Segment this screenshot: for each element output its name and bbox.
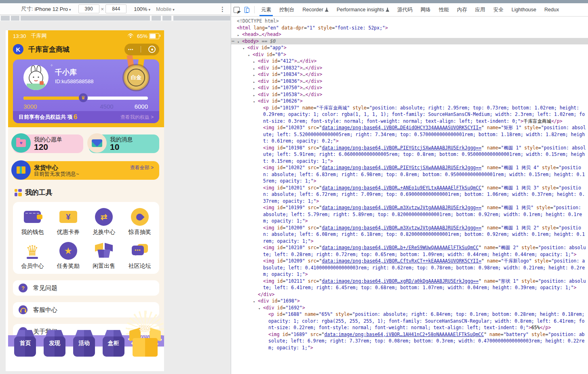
selected-dom-node[interactable]: ⋯▾<body> == $0 [231, 38, 588, 45]
dom-node[interactable]: </div> [231, 291, 588, 298]
tab-活动[interactable]: 活动 [73, 330, 95, 357]
tool-item-lucky[interactable]: 惊喜抽奖 [122, 208, 158, 236]
dom-node[interactable]: ▸<div id="10836">…</div> [231, 78, 588, 85]
dom-node[interactable]: ▸<div id="10834">…</div> [231, 71, 588, 78]
tab-发现[interactable]: 发现 [44, 330, 65, 357]
more-icon[interactable]: ••• [128, 47, 134, 52]
dom-node[interactable]: <img id="10199" src="data:image/png;base… [231, 204, 588, 225]
devtools-tab-内存[interactable]: 内存 [453, 3, 471, 16]
tool-item-task[interactable]: ★任务奖励 [51, 242, 86, 270]
dom-node[interactable]: ▾<div id="1698"> [231, 298, 588, 305]
exchange-icon: ⇄ [95, 208, 113, 226]
dom-node[interactable]: ▸<head>…</head> [231, 31, 588, 38]
tools-grid: 我的钱包¥优惠卡券⇄兑换中心惊喜抽奖♛会员中心★任务奖励闲置出售•••社区论坛 [13, 202, 159, 274]
throttle-select[interactable]: Mobile▾ [156, 6, 175, 12]
dom-node[interactable]: <img id="10202" src="data:image/png;base… [231, 164, 588, 185]
emulated-page-canvas: 13:30 千库网 65% K 千库盲盒商城 ••• [0, 21, 230, 368]
dom-node[interactable]: <img id="10200" src="data:image/png;base… [231, 225, 588, 245]
device-select[interactable]: iPhone 12 Pro▾ [35, 6, 71, 12]
devtools-tab-安全[interactable]: 安全 [489, 3, 508, 16]
sparkle-decoration: ✧ [50, 63, 53, 67]
shipping-banner[interactable]: 发货中心 目前暂无发货消息~ 查看全部 > [13, 161, 159, 180]
device-toolbar-toggle-icon[interactable] [244, 7, 249, 13]
dom-node[interactable]: <html lang="en" data-dpr="1" style="font… [231, 25, 588, 32]
tool-item-member[interactable]: ♛会员中心 [15, 242, 51, 270]
avatar[interactable] [23, 65, 48, 90]
member-name: 千小库 [55, 67, 77, 77]
dom-node[interactable]: ▾<div id="10626"> [231, 98, 588, 105]
stats-row: ♥我的心愿单120我的消息10 [13, 134, 159, 153]
dom-node[interactable]: <p id="10197" name="千库盲盒商城" style="posit… [231, 105, 588, 125]
package-icon [11, 160, 31, 180]
shipping-view-all-link[interactable]: 查看全部 > [130, 164, 154, 171]
dom-node[interactable]: ▸<div id="10538">…</div> [231, 91, 588, 98]
dom-node[interactable]: ▾<div id="1692"> [231, 305, 588, 311]
miniprogram-capsule[interactable]: ••• [124, 44, 159, 55]
devtools-tab-源代码[interactable]: 源代码 [393, 3, 417, 16]
tool-item-wallet[interactable]: 我的钱包 [15, 208, 51, 236]
member-icon: ♛ [23, 242, 42, 260]
tool-label: 我的钱包 [21, 229, 44, 236]
devtools-tab-控制台[interactable]: 控制台 [275, 3, 299, 16]
dom-node[interactable]: <img id="10211" src="data:image/png;base… [231, 278, 588, 291]
zoom-select[interactable]: 100%▾ [134, 6, 150, 12]
menu-row-question[interactable]: ?常见问题 [13, 280, 159, 296]
dom-node[interactable]: <img id="10210" src="data:image/png;base… [231, 244, 588, 258]
tool-item-forum[interactable]: •••社区论坛 [122, 242, 158, 270]
device-toolbar-menu-icon[interactable]: ⋮ [219, 6, 226, 13]
dom-node[interactable]: ▸<div id="10750">…</div> [231, 84, 588, 91]
member-card[interactable]: ✧ 千小库 ID:ku588588588 白金 ♛ [13, 59, 159, 123]
node-menu-dots[interactable]: ⋯ [232, 38, 234, 45]
devtools-tab-Performance insights[interactable]: Performance insights [333, 3, 393, 16]
wishlist-icon: ♥ [11, 133, 31, 153]
elements-tree: <!DOCTYPE html><html lang="en" data-dpr=… [231, 17, 588, 372]
dom-node[interactable]: <p id="1688" name="65%" style="position:… [231, 311, 588, 331]
tools-title: 我的工具 [25, 188, 53, 197]
medal-label: 白金 [127, 69, 145, 86]
dom-node[interactable]: <!DOCTYPE html> [231, 18, 588, 25]
stat-card-message[interactable]: 我的消息10 [89, 134, 159, 153]
dom-node[interactable]: ▾<div id="app"> [231, 44, 588, 51]
dom-node[interactable]: <img id="10209" src="data:image/png;base… [231, 258, 588, 278]
viewport-width-input[interactable] [78, 4, 99, 13]
stat-card-wishlist[interactable]: ♥我的心愿单120 [13, 134, 83, 153]
tool-item-sell[interactable]: 闲置出售 [86, 242, 122, 270]
status-time: 13:30 [13, 33, 26, 39]
progress-crown-marker: ♛ [79, 93, 88, 102]
devtools-tab-元素[interactable]: 元素 [257, 3, 275, 16]
dom-node[interactable]: <img id="10198" src="data:image/png;base… [231, 145, 588, 165]
message-icon [87, 133, 107, 153]
dom-node[interactable]: <img id="1689" src="data:image/png;base6… [231, 331, 588, 351]
viewport-height-input[interactable] [105, 4, 126, 13]
devtools-tab-性能[interactable]: 性能 [435, 3, 453, 16]
device-emulation-pane: 尺寸: iPhone 12 Pro▾ × 100%▾ Mobile▾ ⋮ 13:… [0, 3, 230, 374]
menu-label: 常见问题 [33, 284, 57, 292]
platinum-medal: 白金 [123, 55, 149, 94]
shipping-subtitle: 目前暂无发货消息~ [34, 171, 159, 177]
tab-盒柜[interactable]: 盒柜 [103, 330, 124, 357]
dom-node[interactable]: <img id="10201" src="data:image/png;base… [231, 185, 588, 205]
tab-首页[interactable]: 首页 [14, 330, 36, 357]
progress-start: 3000 [23, 103, 79, 110]
dom-node[interactable]: ▸<div id="10832">…</div> [231, 65, 588, 71]
benefits-link[interactable]: 查看我的权益 > [120, 114, 154, 121]
devtools-tab-Redux[interactable]: Redux [540, 3, 563, 16]
tab-我的-gift[interactable]: 我的 [132, 321, 158, 357]
devtools-tab-Lighthouse[interactable]: Lighthouse [508, 3, 540, 16]
devtools-tab-Recorder[interactable]: Recorder [299, 3, 333, 16]
battery-percent: 65% [137, 33, 148, 39]
tool-item-coupon[interactable]: ¥优惠卡券 [51, 208, 86, 236]
dom-node[interactable]: ▾<div id="0"> [231, 51, 588, 58]
media-query-ruler[interactable] [0, 15, 230, 21]
dom-node[interactable]: ▸<div id="412">…</div> [231, 58, 588, 65]
inspect-element-icon[interactable] [234, 7, 240, 13]
tool-item-exchange[interactable]: ⇄兑换中心 [86, 208, 122, 236]
devtools-tab-网络[interactable]: 网络 [417, 3, 435, 16]
headset-icon [19, 305, 27, 314]
devtools-tab-应用[interactable]: 应用 [471, 3, 489, 16]
close-target-icon[interactable] [148, 46, 156, 53]
chevron-down-icon: ▾ [173, 8, 175, 12]
dom-node[interactable]: <img id="10203" src="data:image/png;base… [231, 124, 588, 145]
stat-value: 10 [110, 143, 159, 151]
coupon-icon: ¥ [59, 208, 78, 226]
